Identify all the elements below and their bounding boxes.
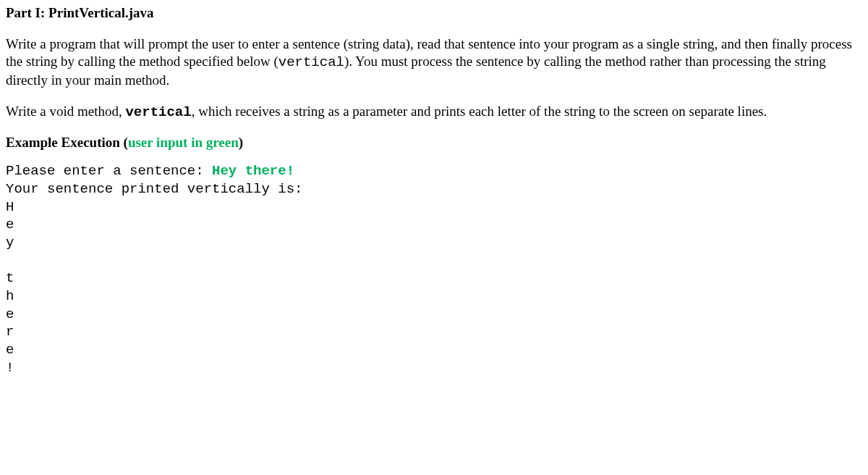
p2-segment2: , which receives a string as a parameter… — [192, 104, 767, 119]
example-label: Example Execution — [6, 135, 124, 150]
part-heading: Part I: PrintVertical.java — [6, 4, 862, 22]
exec-output-line: h — [6, 288, 14, 304]
p1-code-vertical: vertical — [278, 54, 344, 70]
paragraph-1: Write a program that will prompt the use… — [6, 35, 862, 90]
exec-response-label: Your sentence printed vertically is: — [6, 181, 302, 197]
exec-output-line: e — [6, 306, 14, 322]
exec-output-line: e — [6, 217, 14, 232]
paragraph-2: Write a void method, vertical, which rec… — [6, 103, 862, 122]
part-filename: PrintVertical.java — [48, 5, 153, 20]
exec-output-line: r — [6, 324, 14, 340]
exec-output-line: t — [6, 270, 14, 286]
exec-output-line: y — [6, 235, 14, 251]
part-label: Part I: — [6, 5, 48, 20]
exec-output-line: H — [6, 199, 14, 215]
example-execution-heading: Example Execution (user input in green) — [6, 134, 862, 152]
paren-close: ) — [239, 135, 243, 150]
user-input-hint: user input in green — [128, 135, 239, 150]
exec-prompt: Please enter a sentence: — [6, 163, 212, 179]
exec-user-input: Hey there! — [212, 163, 294, 179]
p2-segment1: Write a void method, — [6, 104, 125, 119]
exec-output-line: e — [6, 342, 14, 358]
exec-output-line: ! — [6, 360, 14, 376]
p2-code-vertical: vertical — [125, 104, 191, 120]
example-execution-block: Please enter a sentence: Hey there! Your… — [6, 162, 862, 377]
